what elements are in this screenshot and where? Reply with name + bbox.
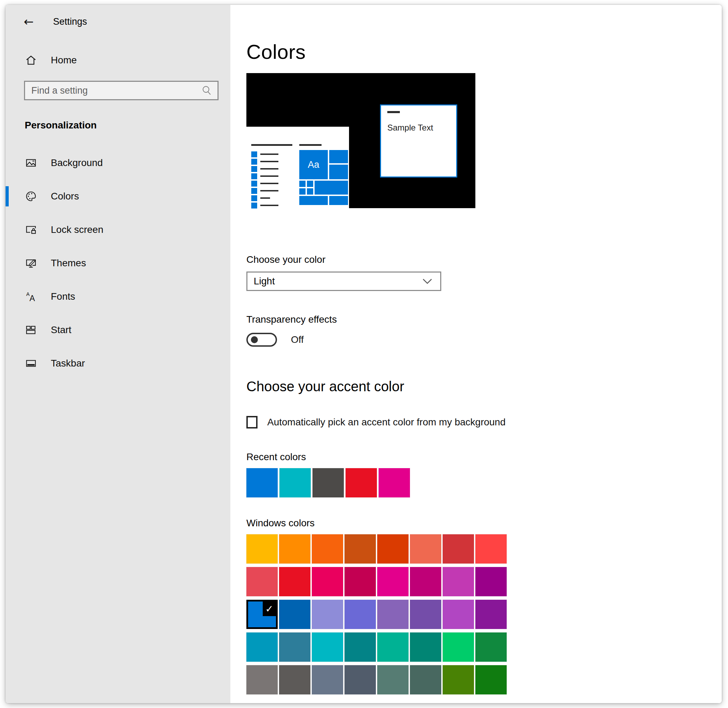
sidebar-item-fonts[interactable]: A A Fonts [6,280,231,313]
color-swatch[interactable] [312,567,343,596]
color-swatch[interactable] [312,665,343,694]
sidebar-item-home[interactable]: Home [6,54,231,66]
color-swatch[interactable] [279,534,310,564]
color-swatch[interactable] [443,665,474,694]
color-swatch[interactable] [443,567,474,596]
titlebar: ← Settings [6,5,231,28]
search-icon[interactable] [201,84,213,96]
start-icon [25,324,37,336]
color-swatch[interactable] [345,567,376,596]
color-swatch[interactable] [476,567,507,596]
recent-colors-label: Recent colors [247,451,722,463]
sidebar-item-label: Themes [51,258,86,269]
sidebar: ← Settings Home Personalization [6,5,231,703]
accent-section-heading: Choose your accent color [247,379,722,395]
sidebar-item-background[interactable]: Background [6,146,231,180]
color-swatch[interactable] [312,600,343,629]
sidebar-item-label: Lock screen [51,224,103,235]
color-swatch[interactable] [410,534,441,564]
auto-accent-label: Automatically pick an accent color from … [267,416,506,428]
color-swatch[interactable] [377,600,409,629]
color-swatch[interactable] [280,468,311,498]
chevron-down-icon [422,278,432,285]
windows-colors-grid: ✓ [247,534,507,694]
preview-sample-window: Sample Text [380,104,457,177]
sidebar-item-taskbar[interactable]: Taskbar [6,347,231,380]
windows-colors-label: Windows colors [247,518,722,529]
sidebar-item-colors[interactable]: Colors [6,180,231,213]
sidebar-item-label: Colors [51,191,79,202]
color-swatch[interactable] [377,665,409,694]
back-button[interactable]: ← [24,15,34,28]
preview-aa-tile: Aa [299,150,328,179]
color-swatch[interactable] [247,567,278,596]
color-swatch[interactable] [379,468,410,498]
color-swatch[interactable] [247,468,278,498]
color-swatch[interactable] [476,600,507,629]
transparency-state: Off [291,334,304,345]
color-swatch[interactable] [476,534,507,564]
transparency-label: Transparency effects [247,314,722,325]
color-mode-dropdown[interactable]: Light [247,271,441,291]
svg-text:A: A [26,292,30,297]
color-swatch-selected[interactable]: ✓ [247,600,278,629]
sidebar-item-label: Start [51,324,71,335]
sidebar-item-label: Fonts [51,291,75,302]
color-swatch[interactable] [279,633,310,662]
color-swatch[interactable] [247,665,278,694]
auto-accent-row: Automatically pick an accent color from … [247,416,722,428]
search-box [24,81,219,100]
color-swatch[interactable] [279,665,310,694]
color-swatch[interactable] [312,468,344,498]
preview-start-list [251,144,293,209]
color-swatch[interactable] [247,633,278,662]
image-icon [25,157,37,169]
color-swatch[interactable] [443,600,474,629]
auto-accent-checkbox[interactable] [247,416,258,428]
color-mode-value: Light [247,276,275,287]
color-swatch[interactable] [377,633,409,662]
color-swatch[interactable] [345,600,376,629]
color-swatch[interactable] [410,665,441,694]
recent-colors-row [247,468,722,498]
taskbar-icon [25,357,37,369]
color-swatch[interactable] [345,468,377,498]
fonts-icon: A A [25,291,37,302]
color-swatch[interactable] [443,633,474,662]
page-title: Colors [247,41,722,63]
toggle-knob [251,336,258,343]
sidebar-nav-list: Background Colors Lock screen [6,146,231,380]
sidebar-item-label: Home [51,55,77,66]
color-swatch[interactable] [345,534,376,564]
home-icon [25,54,37,66]
color-swatch[interactable] [345,665,376,694]
sidebar-item-lock-screen[interactable]: Lock screen [6,213,231,247]
color-swatch[interactable] [410,633,441,662]
sidebar-item-label: Taskbar [51,358,85,369]
check-icon: ✓ [263,602,276,616]
sidebar-item-themes[interactable]: Themes [6,247,231,280]
color-swatch[interactable] [476,665,507,694]
main-content: Colors Aa [231,5,722,703]
svg-text:A: A [30,294,35,302]
color-swatch[interactable] [410,600,441,629]
window-title: Settings [53,16,87,27]
choose-color-label: Choose your color [247,254,722,265]
lock-screen-icon [25,224,37,236]
color-swatch[interactable] [377,534,409,564]
color-swatch[interactable] [476,633,507,662]
preview-sample-text: Sample Text [387,123,456,133]
transparency-toggle[interactable] [247,333,277,347]
color-swatch[interactable] [279,567,310,596]
color-swatch[interactable] [410,567,441,596]
settings-window: ← Settings Home Personalization [6,5,722,703]
color-swatch[interactable] [312,633,343,662]
color-swatch[interactable] [377,567,409,596]
sidebar-item-start[interactable]: Start [6,313,231,347]
color-swatch[interactable] [345,633,376,662]
color-swatch[interactable] [312,534,343,564]
color-swatch[interactable] [443,534,474,564]
search-input[interactable] [25,85,218,96]
color-swatch[interactable] [247,534,278,564]
color-swatch[interactable] [279,600,310,629]
